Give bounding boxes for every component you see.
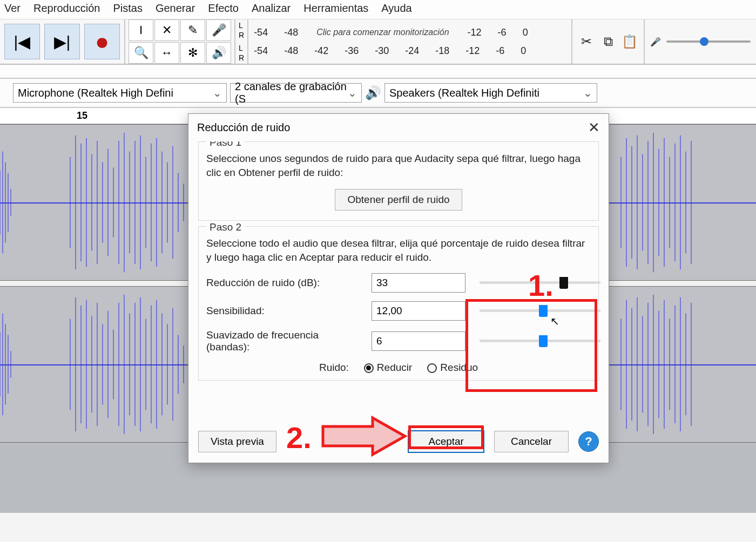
skip-end-button[interactable]: ▶| <box>44 24 80 59</box>
chevron-down-icon: ⌄ <box>348 86 357 99</box>
ruler-mark: 15 <box>77 110 87 121</box>
menu-analizar[interactable]: Analizar <box>252 2 291 15</box>
output-device-value: Speakers (Realtek High Definiti <box>389 87 539 99</box>
reduction-label: Reducción de ruido (dB): <box>206 277 363 289</box>
draw-tool-icon[interactable]: ✎ <box>180 19 205 41</box>
accept-button[interactable]: Aceptar <box>408 430 484 453</box>
tool-selector: I ✕ ✎ 🎤 🔍 ↔ ✻ 🔊 <box>125 19 235 64</box>
noise-reduction-dialog: Reducción de ruido ✕ Paso 1 Seleccione u… <box>188 113 609 463</box>
meter-tick: -18 <box>435 45 449 57</box>
close-icon[interactable]: ✕ <box>588 119 600 136</box>
dialog-titlebar: Reducción de ruido ✕ <box>188 114 609 141</box>
reduction-row: Reducción de ruido (dB): <box>206 273 591 293</box>
meter-tick: -12 <box>468 27 482 38</box>
multi-tool-icon[interactable]: ✻ <box>180 42 205 64</box>
smoothing-row: Suavizado de frecuencia (bandas): <box>206 329 591 353</box>
meter-tick: -48 <box>284 45 298 57</box>
cut-icon[interactable]: ✂ <box>577 32 596 51</box>
speaker-icon: 🔊 <box>365 85 381 100</box>
chevron-down-icon: ⌄ <box>583 86 592 99</box>
timeshift-tool-icon[interactable]: ↔ <box>154 42 179 64</box>
meter-r-label: R <box>239 30 244 40</box>
input-device-dropdown[interactable]: Microphone (Realtek High Defini ⌄ <box>13 83 227 103</box>
noise-label: Ruido: <box>319 362 349 374</box>
envelope-tool-icon[interactable]: ✕ <box>154 19 179 41</box>
meter-tick: -48 <box>284 27 298 38</box>
menu-ver[interactable]: Ver <box>4 2 21 15</box>
meter-l-label: L <box>239 21 243 30</box>
copy-icon[interactable]: ⧉ <box>598 32 618 51</box>
dialog-title: Reducción de ruido <box>197 121 290 134</box>
monitor-hint[interactable]: Clic para comenzar monitorización <box>316 28 449 37</box>
chevron-down-icon: ⌄ <box>213 86 222 99</box>
level-meters[interactable]: -54 -48 Clic para comenzar monitorizació… <box>248 19 572 64</box>
radio-reduce[interactable]: Reducir <box>364 362 412 374</box>
menu-herramientas[interactable]: Herramientas <box>303 2 368 15</box>
step1-legend: Paso 1 <box>206 141 245 148</box>
meter-tick: -30 <box>375 45 389 57</box>
step1-text: Seleccione unos segundos de ruido para q… <box>206 152 591 179</box>
meter-tick: -54 <box>254 27 268 38</box>
output-device-dropdown[interactable]: Speakers (Realtek High Definiti ⌄ <box>384 83 597 103</box>
speaker-tool-icon[interactable]: 🔊 <box>206 42 231 64</box>
meter-tick: 0 <box>523 27 528 38</box>
device-toolbar: Microphone (Realtek High Defini ⌄ 2 cana… <box>0 79 756 108</box>
reduction-input[interactable] <box>372 273 465 293</box>
meter-tick: 0 <box>521 45 526 57</box>
menu-pistas[interactable]: Pistas <box>113 2 142 15</box>
menu-reproduccion[interactable]: Reproducción <box>33 2 100 15</box>
transport-controls: |◀ ▶| ● <box>0 19 125 64</box>
sensitivity-slider[interactable] <box>480 309 600 312</box>
toolbar: |◀ ▶| ● I ✕ ✎ 🎤 🔍 ↔ ✻ 🔊 L R L R -54 -48 … <box>0 19 756 65</box>
edit-tools: ✂ ⧉ 📋 <box>572 19 645 64</box>
menu-ayuda[interactable]: Ayuda <box>381 2 411 15</box>
radio-residue[interactable]: Residuo <box>427 362 478 374</box>
help-button[interactable]: ? <box>578 431 599 452</box>
paste-icon[interactable]: 📋 <box>620 32 639 51</box>
get-noise-profile-button[interactable]: Obtener perfil de ruido <box>335 189 462 211</box>
input-device-value: Microphone (Realtek High Defini <box>18 87 173 99</box>
sensitivity-label: Sensibilidad: <box>206 305 363 317</box>
mic-icon: 🎤 <box>650 37 661 47</box>
meter-tick: -12 <box>465 45 480 57</box>
skip-start-button[interactable]: |◀ <box>4 24 40 59</box>
reduction-slider[interactable] <box>480 281 600 284</box>
selection-tool-icon[interactable]: I <box>129 19 153 41</box>
channels-value: 2 canales de grabación (S <box>235 80 348 105</box>
menu-bar: Ver Reproducción Pistas Generar Efecto A… <box>0 0 756 19</box>
meter-tick: -6 <box>496 45 504 57</box>
playback-volume[interactable]: 🎤 <box>645 19 756 64</box>
meter-tick: -36 <box>345 45 359 57</box>
smoothing-label: Suavizado de frecuencia (bandas): <box>206 329 363 353</box>
dialog-footer: Vista previa Aceptar Cancelar ? <box>188 427 609 463</box>
step2-legend: Paso 2 <box>206 221 245 233</box>
lr-labels: L R L R <box>235 19 248 64</box>
meter-l-label2: L <box>239 43 243 53</box>
channels-dropdown[interactable]: 2 canales de grabación (S ⌄ <box>230 83 362 103</box>
meter-tick: -24 <box>405 45 419 57</box>
record-button[interactable]: ● <box>84 24 120 59</box>
menu-generar[interactable]: Generar <box>156 2 195 15</box>
preview-button[interactable]: Vista previa <box>198 431 276 452</box>
step2-text: Seleccione todo el audio que desea filtr… <box>206 236 591 264</box>
step2-group: Paso 2 Seleccione todo el audio que dese… <box>198 226 599 380</box>
menu-efecto[interactable]: Efecto <box>208 2 239 15</box>
step1-group: Paso 1 Seleccione unos segundos de ruido… <box>198 141 599 221</box>
sensitivity-input[interactable] <box>372 301 465 321</box>
meter-tick: -54 <box>254 45 268 57</box>
sensitivity-row: Sensibilidad: <box>206 301 591 321</box>
meter-tick: -42 <box>314 45 328 57</box>
zoom-tool-icon[interactable]: 🔍 <box>129 42 153 64</box>
meter-r-label2: R <box>239 53 244 63</box>
smoothing-input[interactable] <box>372 331 465 351</box>
cancel-button[interactable]: Cancelar <box>494 431 569 452</box>
meter-tick: -6 <box>498 27 507 38</box>
mic-tool-icon[interactable]: 🎤 <box>206 19 231 41</box>
noise-mode-row: Ruido: Reducir Residuo <box>206 362 591 374</box>
smoothing-slider[interactable] <box>480 340 600 342</box>
